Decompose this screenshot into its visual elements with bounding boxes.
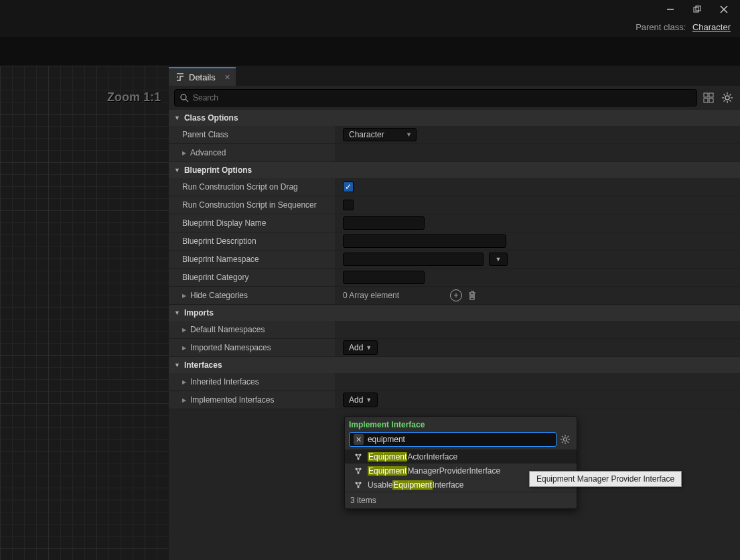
add-namespace-button[interactable]: Add▼ (343, 340, 378, 355)
section-label: Interfaces (184, 360, 222, 370)
bp-category-input[interactable] (343, 271, 425, 284)
row-label: Blueprint Namespace (182, 255, 259, 264)
gear-icon[interactable] (561, 435, 573, 444)
trash-icon[interactable] (467, 290, 477, 301)
section-blueprint-options[interactable]: ▼Blueprint Options (169, 162, 740, 178)
checkbox-run-cs-seq[interactable] (343, 200, 354, 210)
details-search[interactable] (174, 89, 697, 107)
popup-search[interactable]: ✕ (349, 432, 557, 447)
popup-search-input[interactable] (368, 435, 552, 444)
row-label: Implemented Interfaces (190, 395, 274, 405)
row-label: Imported Namespaces (190, 343, 271, 352)
chevron-down-icon: ▼ (406, 131, 412, 138)
gear-icon[interactable] (720, 90, 735, 105)
button-label: Add (349, 343, 363, 352)
window-close-icon[interactable] (711, 2, 737, 17)
row-label: Run Construction Script on Drag (182, 182, 298, 192)
row-label: Blueprint Category (182, 273, 248, 282)
search-icon (180, 94, 189, 102)
window-restore-icon[interactable] (684, 2, 711, 17)
row-label: Advanced (190, 148, 226, 157)
row-label: Inherited Interfaces (190, 377, 259, 387)
svg-line-28 (567, 436, 569, 437)
chevron-right-icon[interactable]: ▶ (182, 379, 186, 385)
clear-icon[interactable]: ✕ (354, 434, 364, 445)
popup-title: Implement Interface (345, 417, 577, 432)
details-icon (175, 72, 185, 82)
popup-count: 3 items (345, 492, 577, 508)
chevron-down-icon: ▼ (174, 362, 180, 368)
svg-line-20 (724, 100, 725, 102)
svg-line-18 (730, 100, 731, 102)
interface-icon (354, 481, 362, 489)
svg-line-26 (562, 436, 563, 437)
search-input[interactable] (193, 93, 691, 102)
interface-icon (354, 467, 362, 475)
svg-rect-11 (709, 98, 713, 102)
property-matrix-icon[interactable] (701, 90, 716, 105)
svg-point-12 (725, 96, 729, 100)
parent-class-dropdown[interactable]: Character▼ (343, 128, 417, 141)
svg-line-17 (724, 94, 725, 96)
section-interfaces[interactable]: ▼Interfaces (169, 357, 740, 373)
section-imports[interactable]: ▼Imports (169, 305, 740, 321)
checkbox-run-cs-drag[interactable]: ✓ (343, 182, 354, 192)
chevron-down-icon: ▼ (366, 397, 372, 403)
svg-point-5 (177, 76, 178, 78)
svg-rect-10 (704, 98, 708, 102)
chevron-right-icon[interactable]: ▶ (182, 327, 186, 333)
chevron-right-icon[interactable]: ▶ (182, 345, 186, 351)
svg-rect-8 (704, 93, 708, 97)
popup-item[interactable]: EquipmentActorInterface (345, 449, 577, 464)
row-label: Run Construction Script in Sequencer (182, 200, 317, 210)
chevron-down-icon: ▼ (366, 344, 372, 351)
chevron-down-icon: ▼ (174, 167, 180, 173)
dropdown-value: Character (349, 130, 384, 139)
chevron-down-icon: ▼ (174, 115, 180, 121)
chevron-right-icon[interactable]: ▶ (182, 150, 186, 156)
bp-namespace-input[interactable] (343, 253, 484, 266)
parent-class-link[interactable]: Character (692, 22, 731, 32)
svg-line-19 (730, 94, 731, 96)
svg-point-6 (181, 94, 186, 100)
section-label: Blueprint Options (184, 165, 252, 175)
tooltip: Equipment Manager Provider Interface (529, 471, 682, 487)
svg-line-7 (186, 99, 188, 102)
section-label: Imports (184, 308, 214, 318)
section-class-options[interactable]: ▼Class Options (169, 110, 740, 126)
chevron-right-icon[interactable]: ▶ (182, 293, 186, 299)
svg-line-29 (562, 441, 563, 443)
array-add-icon[interactable]: + (450, 289, 462, 301)
chevron-down-icon: ▼ (174, 309, 180, 316)
close-icon[interactable]: × (225, 72, 230, 82)
bp-description-input[interactable] (343, 234, 506, 248)
row-label: Blueprint Display Name (182, 218, 266, 228)
implement-interface-popup: Implement Interface ✕ EquipmentActorInte… (344, 416, 577, 509)
row-label: Default Namespaces (190, 325, 265, 334)
row-label: Blueprint Description (182, 236, 256, 246)
svg-line-27 (567, 441, 569, 443)
tab-details[interactable]: Details × (169, 67, 236, 86)
svg-rect-9 (709, 93, 713, 97)
array-count: 0 Array element (343, 291, 399, 300)
bp-namespace-picker[interactable]: ▼ (489, 253, 508, 266)
bp-display-name-input[interactable] (343, 216, 425, 230)
svg-point-21 (564, 438, 567, 441)
window-minimize-icon[interactable] (657, 2, 684, 17)
row-label: Hide Categories (190, 291, 248, 300)
zoom-level: Zoom 1:1 (107, 90, 161, 104)
section-label: Class Options (184, 113, 238, 123)
button-label: Add (349, 395, 363, 405)
row-label: Parent Class (182, 130, 228, 139)
chevron-right-icon[interactable]: ▶ (182, 397, 186, 403)
parent-class-label: Parent class: (636, 22, 686, 32)
interface-icon (354, 453, 362, 461)
tab-label: Details (189, 72, 216, 82)
add-interface-button[interactable]: Add▼ (343, 393, 378, 407)
